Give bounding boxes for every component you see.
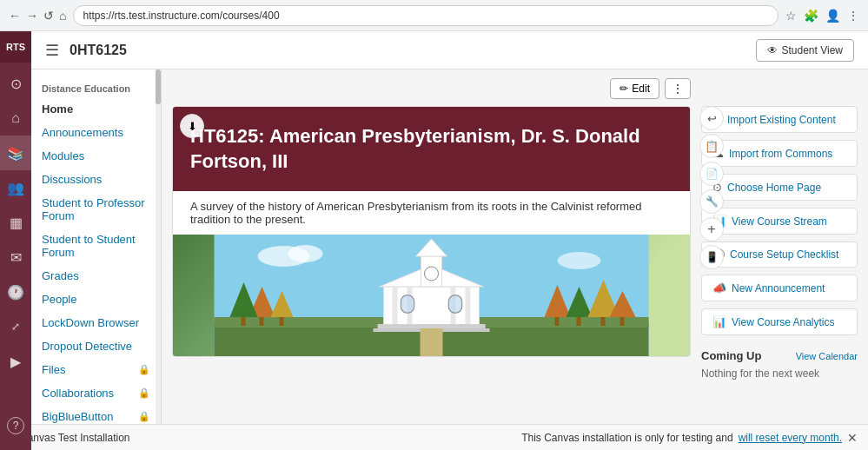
left-sidebar: Distance Education Home Announcements Mo… [31, 69, 162, 450]
svg-rect-22 [421, 256, 442, 287]
view-calendar-link[interactable]: View Calendar [796, 351, 858, 361]
view-analytics-btn[interactable]: 📊 View Course Analytics [701, 308, 858, 335]
view-analytics-label: View Course Analytics [732, 316, 835, 328]
sidebar-announcements-label: Announcements [42, 126, 123, 139]
home-icon[interactable]: ⌂ [59, 9, 66, 23]
account-icon: ⊙ [10, 76, 22, 92]
browser-actions: ☆ 🧩 👤 ⋮ [785, 9, 859, 23]
add-icon: + [707, 222, 715, 237]
sidebar-item-student-student[interactable]: Student to Student Forum [31, 228, 161, 264]
announcement-icon: 📣 [712, 281, 726, 294]
notification-right: This Canvas installation is only for tes… [521, 431, 858, 445]
svg-point-2 [288, 245, 323, 262]
float-share-btn[interactable]: ↩ [699, 106, 724, 130]
svg-rect-17 [601, 317, 606, 326]
nav-item-courses[interactable]: 📚 [0, 136, 31, 170]
nothing-text: Nothing for the next week [701, 367, 858, 380]
nav-item-calendar[interactable]: ▦ [0, 205, 31, 240]
svg-rect-19 [620, 317, 625, 326]
nav-item-dashboard[interactable]: ⌂ [0, 101, 31, 136]
sidebar-item-modules[interactable]: Modules [31, 144, 161, 168]
sidebar-item-discussions[interactable]: Discussions [31, 168, 161, 191]
new-announcement-btn[interactable]: 📣 New Announcement [701, 275, 858, 301]
app-logo[interactable]: RTS [0, 31, 31, 63]
sidebar-item-student-professor[interactable]: Student to Professor Forum [31, 191, 161, 228]
close-notification-button[interactable]: ✕ [847, 431, 858, 445]
more-icon: ⋮ [673, 83, 683, 95]
nav-item-history[interactable]: 🕐 [0, 275, 31, 309]
sidebar-item-files[interactable]: Files 🔒 [31, 358, 161, 381]
sidebar-item-grades[interactable]: Grades [31, 264, 161, 288]
import-existing-label: Import Existing Content [727, 114, 836, 126]
choose-home-btn[interactable]: ⊙ Choose Home Page [701, 174, 858, 201]
sidebar-item-dropout[interactable]: Dropout Detective [31, 334, 161, 358]
sidebar-discussions-label: Discussions [42, 173, 102, 186]
back-icon[interactable]: ← [9, 9, 21, 23]
collaborations-lock-icon: 🔒 [138, 387, 150, 399]
sidebar-bigbluebutton-label: BigBlueButton [42, 410, 113, 423]
forward-icon[interactable]: → [26, 9, 38, 23]
url-bar[interactable]: https://rts.test.instructure.com/courses… [73, 5, 779, 26]
import-commons-btn[interactable]: ☁ Import from Commons [701, 140, 858, 167]
menu-icon[interactable]: ⋮ [847, 9, 859, 23]
nav-bottom: ? [0, 408, 31, 443]
sidebar-item-collaborations[interactable]: Collaborations 🔒 [31, 381, 161, 405]
course-home-card: HT6125: American Presbyterianism, Dr. S.… [172, 106, 691, 357]
float-add-btn[interactable]: + [699, 217, 724, 242]
main-content: ✏ Edit ⋮ HT6125: American Presby [162, 69, 868, 450]
nav-item-inbox[interactable]: ✉ [0, 240, 31, 275]
float-tools: ↩ 📋 📄 🔧 [699, 106, 724, 269]
refresh-icon[interactable]: ↺ [43, 9, 54, 23]
float-doc-btn[interactable]: 📄 [699, 162, 724, 186]
history-icon: 🕐 [7, 284, 24, 301]
wrench-icon: 🔧 [706, 195, 719, 208]
student-view-button[interactable]: 👁 Student View [756, 39, 855, 62]
bigbluebutton-lock-icon: 🔒 [138, 411, 150, 422]
svg-rect-29 [378, 324, 486, 328]
more-options-button[interactable]: ⋮ [665, 78, 691, 99]
view-stream-btn[interactable]: 📊 View Course Stream [701, 208, 858, 235]
browser-nav: ← → ↺ ⌂ [9, 9, 66, 23]
course-code-title: 0HT6125 [70, 43, 745, 58]
studio-icon: ▶ [10, 354, 21, 370]
nav-item-commons[interactable]: ⤢ [0, 309, 31, 344]
sidebar-item-home[interactable]: Home [31, 97, 161, 121]
float-wrench-btn[interactable]: 🔧 [699, 189, 724, 214]
bookmark-icon[interactable]: ☆ [785, 9, 797, 23]
download-icon: ⬇ [188, 120, 197, 133]
sidebar-modules-label: Modules [42, 149, 84, 162]
hamburger-icon[interactable]: ☰ [45, 41, 59, 60]
courses-icon: 📚 [7, 145, 24, 162]
profile-icon[interactable]: 👤 [825, 9, 840, 23]
svg-rect-25 [393, 287, 398, 325]
analytics-icon: 📊 [712, 315, 726, 328]
sidebar-item-lockdown[interactable]: LockDown Browser [31, 311, 161, 334]
sidebar-item-announcements[interactable]: Announcements [31, 121, 161, 144]
nav-item-account[interactable]: ⊙ [0, 66, 31, 101]
float-copy-btn[interactable]: 📋 [699, 134, 724, 158]
import-existing-btn[interactable]: ⬆ Import Existing Content [701, 106, 858, 133]
svg-rect-11 [280, 317, 284, 326]
sidebar-files-label: Files [42, 363, 65, 376]
view-stream-label: View Course Stream [732, 215, 827, 228]
sidebar-item-people[interactable]: People [31, 288, 161, 311]
inbox-icon: ✉ [10, 249, 22, 266]
edit-icon: ✏ [620, 83, 628, 95]
svg-rect-15 [577, 317, 581, 326]
svg-rect-7 [260, 317, 264, 326]
float-mobile-btn[interactable]: 📱 [699, 245, 724, 269]
student-view-icon: 👁 [767, 44, 778, 56]
url-text: https://rts.test.instructure.com/courses… [83, 10, 279, 22]
reset-link[interactable]: will reset every month. [739, 432, 842, 444]
course-image [173, 235, 690, 356]
edit-button[interactable]: ✏ Edit [610, 78, 659, 99]
extension-icon[interactable]: 🧩 [804, 9, 818, 23]
download-icon-btn[interactable]: ⬇ [180, 114, 204, 138]
global-nav: RTS ⊙ ⌂ 📚 👥 ▦ ✉ 🕐 ⤢ [0, 31, 31, 450]
dashboard-icon: ⌂ [11, 110, 20, 126]
nav-item-help[interactable]: ? [0, 408, 31, 443]
setup-checklist-btn[interactable]: ? Course Setup Checklist [701, 242, 858, 268]
nav-item-groups[interactable]: 👥 [0, 170, 31, 205]
nav-item-studio[interactable]: ▶ [0, 344, 31, 379]
copy-icon: 📋 [705, 140, 719, 153]
